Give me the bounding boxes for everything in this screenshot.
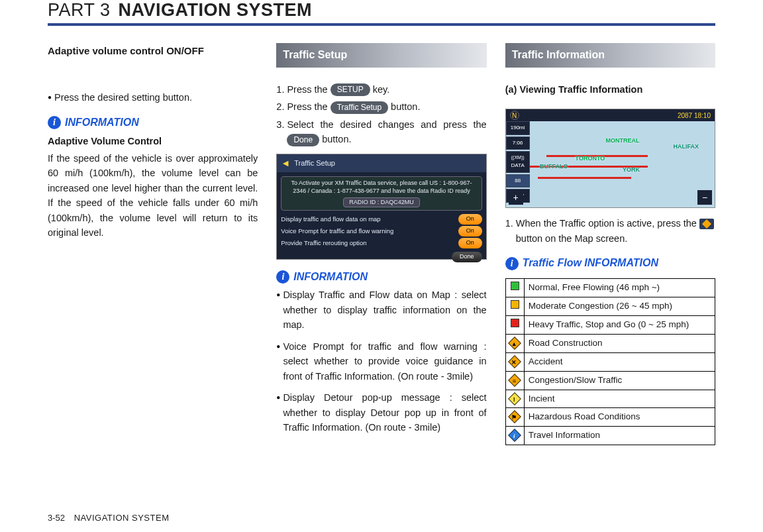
map-canvas: MONTREAL HALIFAX TORONTO YORK BUFFALO [530, 121, 699, 195]
legend-swatch-yellow [511, 300, 519, 309]
legend-swatch-green [511, 282, 519, 290]
column-3: Traffic Information (a) Viewing Traffic … [505, 43, 715, 445]
table-row: ✕Accident [505, 352, 715, 371]
ss-row-1: Display traffic and flow data on mapOn [281, 213, 482, 225]
table-row: iTravel Information [505, 427, 715, 445]
traffic-flow-information-label: Traffic Flow INFORMATION [523, 255, 658, 272]
table-row: Normal, Free Flowing (46 mph ~) [505, 279, 715, 297]
ss-row-2: Voice Prompt for traffic and flow warnin… [281, 225, 482, 237]
bullet-press-setting: Press the desired setting button. [48, 90, 258, 105]
step-1: 1. Press the SETUP key. [276, 82, 486, 97]
map-screenshot: N 2087 18:10 190mi 7:06 ((XM))DATA 88 PO… [505, 109, 715, 208]
slow-traffic-icon: ≡ [508, 374, 521, 387]
back-arrow-icon: ◄ [281, 156, 290, 171]
adaptive-volume-subheading: Adaptive Volume Control [48, 134, 258, 148]
information-row-2: i INFORMATION [276, 269, 486, 286]
information-row-1: i INFORMATION [48, 115, 258, 131]
map-city-5: BUFFALO [540, 162, 568, 172]
map-time: 2087 18:10 [678, 111, 711, 120]
adaptive-volume-body: If the speed of the vehicle is over appr… [48, 151, 258, 240]
hazard-icon: ⚑ [508, 411, 521, 424]
info-bullet-1: Display Traffic and Flow data on Map : s… [276, 288, 486, 332]
info-bullet-3: Display Detour pop-up message : select w… [276, 390, 486, 435]
table-row: Heavy Traffic, Stop and Go (0 ~ 25 mph) [505, 315, 715, 334]
traffic-information-heading: Traffic Information [505, 43, 715, 68]
table-row: ⚑Hazardous Road Conditions [505, 408, 715, 427]
map-dist: 190mi [506, 121, 530, 134]
map-city-3: TORONTO [576, 154, 605, 164]
map-xm-data: ((XM))DATA [506, 151, 530, 173]
info-icon: i [48, 116, 61, 129]
ss-title-bar: ◄Traffic Setup [277, 154, 485, 173]
traffic-flow-info-row: i Traffic Flow INFORMATION [505, 255, 715, 272]
content-columns: Adaptive volume control ON/OFF Press the… [48, 43, 715, 445]
table-row: ▲Road Construction [505, 334, 715, 352]
zoom-out-icon: − [697, 190, 712, 205]
map-city-2: HALIFAX [673, 142, 699, 152]
ss-activate-box: To Activate your XM Traffic Data service… [281, 176, 482, 211]
traffic-setup-heading: Traffic Setup [276, 43, 486, 68]
part-title: NAVIGATION SYSTEM [119, 0, 313, 21]
on-toggle-1: On [458, 214, 482, 225]
compass-icon: N [510, 111, 519, 120]
incident-icon: ! [508, 392, 521, 405]
table-row: Moderate Congestion (26 ~ 45 mph) [505, 297, 715, 315]
map-sign: 88 [506, 174, 530, 187]
information-label: INFORMATION [293, 269, 368, 286]
accident-icon: ✕ [508, 355, 521, 368]
ss-radio-id: RADIO ID : DAQC42MU [343, 197, 420, 208]
traffic-step-1: 1. When the Traffic option is active, pr… [505, 216, 715, 246]
map-eta: 7:06 [506, 136, 530, 150]
traffic-setup-chip: Traffic Setup [331, 101, 388, 114]
ss-done-button: Done [452, 252, 482, 262]
map-top-bar: N 2087 18:10 [506, 109, 715, 121]
adaptive-volume-heading: Adaptive volume control ON/OFF [48, 43, 258, 58]
xm-traffic-icon [699, 219, 714, 229]
info-icon: i [276, 270, 289, 284]
information-label: INFORMATION [65, 115, 139, 131]
viewing-traffic-subheading: (a) Viewing Traffic Information [505, 82, 715, 97]
table-row: !Incient [505, 390, 715, 408]
on-toggle-2: On [458, 226, 482, 237]
map-city-4: YORK [623, 166, 640, 175]
part-label: PART 3 [48, 0, 111, 21]
page-number: 3-52 [48, 513, 65, 523]
setup-key-chip: SETUP [331, 83, 370, 96]
done-chip: Done [287, 134, 319, 146]
travel-info-icon: i [508, 429, 521, 442]
traffic-legend-table: Normal, Free Flowing (46 mph ~) Moderate… [505, 278, 715, 445]
traffic-setup-screenshot: ◄Traffic Setup To Activate your XM Traff… [276, 154, 486, 260]
column-1: Adaptive volume control ON/OFF Press the… [48, 43, 258, 445]
step-2: 2. Press the Traffic Setup button. [276, 99, 486, 114]
map-city-1: MONTREAL [606, 136, 640, 146]
table-row: ≡Congestion/Slow Traffic [505, 371, 715, 390]
zoom-in-icon: + [509, 190, 523, 205]
on-toggle-3: On [458, 238, 482, 248]
info-icon: i [505, 257, 519, 270]
step-3: 3. Select the desired changes and press … [276, 117, 486, 147]
legend-swatch-red [511, 319, 519, 327]
ss-row-3: Provide Traffic rerouting optionOn [281, 237, 482, 249]
column-2: Traffic Setup 1. Press the SETUP key. 2.… [276, 43, 486, 445]
page-footer: 3-52 NAVIGATION SYSTEM [48, 513, 169, 523]
construction-icon: ▲ [508, 337, 521, 350]
footer-section: NAVIGATION SYSTEM [74, 513, 170, 523]
page-header: PART 3 NAVIGATION SYSTEM [48, 0, 715, 26]
info-bullet-2: Voice Prompt for traffic and flow warnin… [276, 339, 486, 384]
